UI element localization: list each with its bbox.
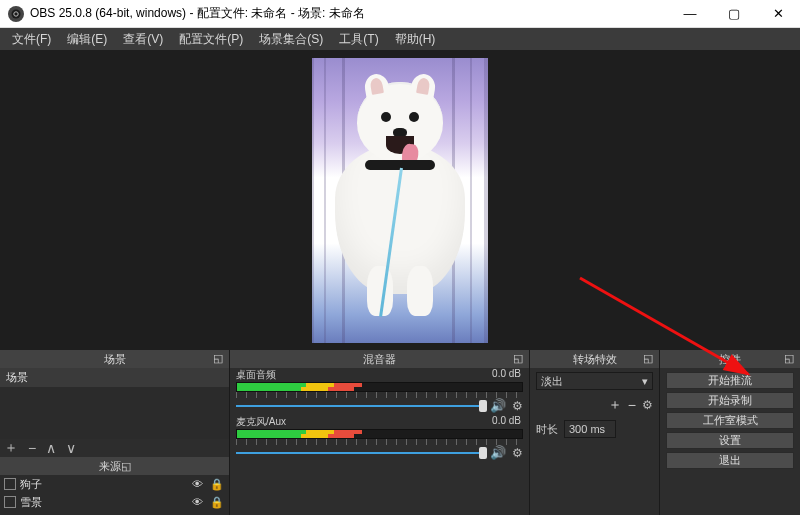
speaker-icon[interactable]: 🔊 [490,398,506,413]
sources-header: 来源 ◱ [0,457,229,475]
transition-select[interactable]: 淡出 ▾ [536,372,653,390]
transitions-header: 转场特效 ◱ [530,350,659,368]
add-scene-button[interactable]: ＋ [4,439,18,457]
lock-toggle[interactable]: 🔒 [209,496,225,509]
gear-icon[interactable]: ⚙ [642,398,653,412]
obs-app-icon [8,6,24,22]
popout-icon[interactable]: ◱ [211,351,225,365]
popout-icon[interactable]: ◱ [641,351,655,365]
volume-slider[interactable] [236,402,484,410]
window-title: OBS 25.0.8 (64-bit, windows) - 配置文件: 未命名… [30,5,365,22]
scenes-title: 场景 [104,352,126,367]
visibility-toggle[interactable]: 👁 [189,478,205,490]
gear-icon[interactable]: ⚙ [512,399,523,413]
remove-scene-button[interactable]: − [28,440,36,456]
scene-down-button[interactable]: ∨ [66,440,76,456]
transitions-title: 转场特效 [573,352,617,367]
duration-label: 时长 [536,422,558,437]
controls-title: 控件 [719,352,741,367]
source-name: 雪景 [20,495,42,510]
volume-slider[interactable] [236,449,484,457]
preview-area[interactable] [0,50,800,350]
scene-item[interactable]: 场景 [0,368,229,387]
scene-up-button[interactable]: ∧ [46,440,56,456]
remove-transition-button[interactable]: − [628,397,636,413]
menu-scene-collection[interactable]: 场景集合(S) [251,31,331,48]
vu-meter [236,382,523,392]
titlebar: OBS 25.0.8 (64-bit, windows) - 配置文件: 未命名… [0,0,800,28]
scene-list[interactable]: 场景 [0,368,229,439]
mixer-channel-desktop: 桌面音频0.0 dB 🔊 ⚙ [236,368,523,413]
scenes-toolbar: ＋ − ∧ ∨ [0,439,229,457]
menubar: 文件(F) 编辑(E) 查看(V) 配置文件(P) 场景集合(S) 工具(T) … [0,28,800,50]
source-row[interactable]: 狗子 👁 🔒 [0,475,229,493]
menu-view[interactable]: 查看(V) [115,31,171,48]
mixer-channel-mic: 麦克风/Aux0.0 dB 🔊 ⚙ [236,415,523,460]
menu-file[interactable]: 文件(F) [4,31,59,48]
menu-profile[interactable]: 配置文件(P) [171,31,251,48]
controls-header: 控件 ◱ [660,350,800,368]
transitions-panel: 转场特效 ◱ 淡出 ▾ ＋ − ⚙ 时长 300 ms [530,350,660,515]
start-streaming-button[interactable]: 开始推流 [666,372,794,389]
mixer-panel: 混音器 ◱ 桌面音频0.0 dB 🔊 ⚙ 麦克风/Aux0.0 dB [230,350,530,515]
close-button[interactable]: ✕ [756,0,800,28]
menu-help[interactable]: 帮助(H) [387,31,444,48]
chevron-down-icon: ▾ [642,375,648,388]
mixer-header: 混音器 ◱ [230,350,529,368]
popout-icon[interactable]: ◱ [511,351,525,365]
maximize-button[interactable]: ▢ [712,0,756,28]
preview-canvas[interactable] [312,58,488,343]
scenes-panel: 场景 ◱ 场景 ＋ − ∧ ∨ 来源 ◱ 狗子 👁 🔒 雪景 [0,350,230,515]
bottom-panels: 场景 ◱ 场景 ＋ − ∧ ∨ 来源 ◱ 狗子 👁 🔒 雪景 [0,350,800,515]
mixer-title: 混音器 [363,352,396,367]
image-source-icon [4,496,16,508]
gear-icon[interactable]: ⚙ [512,446,523,460]
menu-edit[interactable]: 编辑(E) [59,31,115,48]
controls-panel: 控件 ◱ 开始推流 开始录制 工作室模式 设置 退出 [660,350,800,515]
source-row[interactable]: 雪景 👁 🔒 [0,493,229,511]
channel-db: 0.0 dB [492,415,521,429]
transition-mode: 淡出 [541,374,563,389]
add-transition-button[interactable]: ＋ [608,396,622,414]
speaker-icon[interactable]: 🔊 [490,445,506,460]
source-list[interactable]: 狗子 👁 🔒 雪景 👁 🔒 [0,475,229,515]
channel-name: 麦克风/Aux [236,415,286,429]
minimize-button[interactable]: — [668,0,712,28]
start-recording-button[interactable]: 开始录制 [666,392,794,409]
exit-button[interactable]: 退出 [666,452,794,469]
settings-button[interactable]: 设置 [666,432,794,449]
popout-icon[interactable]: ◱ [121,460,131,473]
duration-input[interactable]: 300 ms [564,420,616,438]
preview-content-dog [325,82,475,322]
source-name: 狗子 [20,477,42,492]
menu-tools[interactable]: 工具(T) [331,31,386,48]
image-source-icon [4,478,16,490]
lock-toggle[interactable]: 🔒 [209,478,225,491]
studio-mode-button[interactable]: 工作室模式 [666,412,794,429]
channel-db: 0.0 dB [492,368,521,382]
visibility-toggle[interactable]: 👁 [189,496,205,508]
scenes-header: 场景 ◱ [0,350,229,368]
popout-icon[interactable]: ◱ [782,351,796,365]
svg-point-0 [12,9,21,18]
channel-name: 桌面音频 [236,368,276,382]
sources-title: 来源 [99,459,121,474]
vu-meter [236,429,523,439]
